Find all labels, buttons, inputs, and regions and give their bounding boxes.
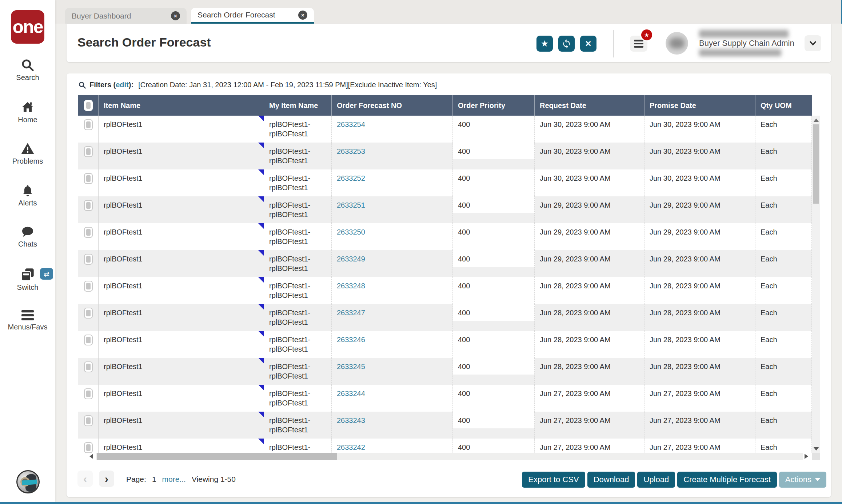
- cell-qty-uom: Each: [755, 223, 812, 250]
- caret-down-icon: [815, 478, 820, 481]
- scroll-right-arrow[interactable]: [805, 454, 808, 459]
- cell-promise-date: Jun 28, 2023 9:00 AM: [645, 358, 755, 385]
- hamburger-icon: [634, 40, 643, 41]
- cell-request-date: Jun 28, 2023 9:00 AM: [535, 304, 645, 331]
- row-checkbox[interactable]: [84, 308, 93, 319]
- table-row: rplBOFtest1rplBOFtest1-rplBOFtest1263325…: [78, 196, 812, 223]
- close-button[interactable]: ×: [580, 36, 596, 52]
- export-to-csv-button[interactable]: Export to CSV: [522, 472, 585, 488]
- scroll-down-arrow[interactable]: [813, 447, 819, 451]
- row-checkbox[interactable]: [84, 119, 93, 130]
- filters-label: Filters (: [89, 81, 116, 89]
- more-pages-link[interactable]: more...: [162, 475, 186, 484]
- column-header-request-date[interactable]: Request Date: [535, 95, 645, 116]
- cell-order-priority: 400: [453, 223, 535, 250]
- column-header-my-item-name[interactable]: My Item Name: [264, 95, 332, 116]
- cell-promise-date: Jun 30, 2023 9:00 AM: [645, 143, 755, 169]
- row-checkbox[interactable]: [84, 388, 93, 399]
- row-checkbox[interactable]: [84, 254, 93, 265]
- cell-my-item-name: rplBOFtest1-rplBOFtest1: [264, 223, 332, 250]
- home-icon: [21, 100, 35, 114]
- cell-order-priority: 400: [453, 169, 535, 196]
- switch-badge[interactable]: ⇄: [40, 268, 53, 280]
- order-forecast-link[interactable]: 2633243: [337, 416, 365, 424]
- column-header-order-forecast-no[interactable]: Order Forecast NO: [332, 95, 453, 116]
- cell-request-date: Jun 30, 2023 9:00 AM: [535, 143, 645, 169]
- row-checkbox[interactable]: [84, 335, 93, 345]
- sidebar-item-search[interactable]: Search: [0, 58, 55, 82]
- app-logo[interactable]: one: [11, 10, 44, 44]
- action-bar: Export to CSV Download Upload Create Mul…: [522, 472, 826, 488]
- cell-qty-uom: Each: [755, 358, 812, 385]
- cell-order-priority: 400: [453, 439, 535, 453]
- scroll-left-arrow[interactable]: [89, 454, 93, 459]
- order-forecast-link[interactable]: 2633251: [337, 201, 365, 209]
- order-forecast-link[interactable]: 2633247: [337, 309, 365, 317]
- select-all-checkbox[interactable]: [78, 95, 99, 116]
- cell-order-priority: 400: [453, 196, 535, 223]
- sidebar-item-home[interactable]: Home: [0, 100, 55, 124]
- cell-order-priority: 400: [453, 412, 535, 439]
- cell-promise-date: Jun 27, 2023 9:00 AM: [645, 385, 755, 412]
- tab-close-icon[interactable]: ×: [171, 11, 180, 20]
- tab-search-order-forecast[interactable]: Search Order Forecast ×: [191, 8, 314, 24]
- cell-order-priority: 400: [453, 358, 535, 385]
- favorite-star-button[interactable]: ★: [536, 36, 553, 52]
- cell-item-name: rplBOFtest1: [99, 250, 264, 277]
- actions-menu-button[interactable]: Actions: [779, 472, 826, 488]
- prev-page-button[interactable]: ‹: [77, 471, 93, 487]
- order-forecast-link[interactable]: 2633245: [337, 363, 365, 371]
- refresh-button[interactable]: [558, 36, 575, 52]
- page-number[interactable]: 1: [152, 475, 156, 484]
- row-checkbox[interactable]: [84, 227, 93, 238]
- cell-request-date: Jun 27, 2023 9:00 AM: [535, 439, 645, 453]
- assistant-avatar[interactable]: [16, 470, 40, 493]
- flag-triangle-icon: [258, 277, 264, 283]
- row-checkbox[interactable]: [84, 200, 93, 211]
- cell-qty-uom: Each: [755, 169, 812, 196]
- order-forecast-link[interactable]: 2633248: [337, 282, 365, 290]
- order-forecast-link[interactable]: 2633249: [337, 255, 365, 263]
- row-checkbox[interactable]: [84, 281, 93, 292]
- column-header-order-priority[interactable]: Order Priority: [453, 95, 535, 116]
- order-forecast-link[interactable]: 2633250: [337, 228, 365, 236]
- tab-close-icon[interactable]: ×: [298, 11, 307, 20]
- sidebar-item-alerts[interactable]: Alerts: [0, 184, 55, 207]
- vertical-scrollbar[interactable]: [812, 116, 820, 453]
- user-menu-button[interactable]: [805, 35, 821, 51]
- column-header-qty-uom[interactable]: Qty UOM: [755, 95, 812, 116]
- next-page-button[interactable]: ›: [99, 471, 114, 487]
- cell-my-item-name: rplBOFtest1-rplBOFtest1: [264, 304, 332, 331]
- viewing-range: Viewing 1-50: [192, 475, 236, 484]
- upload-button[interactable]: Upload: [637, 472, 675, 488]
- create-multiple-forecast-button[interactable]: Create Multiple Forecast: [677, 472, 777, 488]
- row-checkbox[interactable]: [84, 442, 93, 453]
- column-header-item-name[interactable]: Item Name: [99, 95, 264, 116]
- horizontal-scroll-thumb[interactable]: [97, 453, 337, 460]
- order-forecast-link[interactable]: 2633246: [337, 336, 365, 344]
- order-forecast-link[interactable]: 2633242: [337, 443, 365, 451]
- sidebar-item-problems[interactable]: Problems: [0, 142, 55, 165]
- horizontal-scrollbar[interactable]: [96, 453, 803, 460]
- order-forecast-link[interactable]: 2633252: [337, 174, 365, 182]
- cell-item-name: rplBOFtest1: [99, 169, 264, 196]
- cell-my-item-name: rplBOFtest1-rplBOFtest1: [264, 143, 332, 169]
- table-row: rplBOFtest1rplBOFtest1-rplBOFtest1263324…: [78, 385, 812, 412]
- tab-buyer-dashboard[interactable]: Buyer Dashboard ×: [65, 8, 187, 24]
- row-checkbox[interactable]: [84, 361, 93, 372]
- filters-edit-link[interactable]: edit: [116, 81, 129, 89]
- sidebar-item-chats[interactable]: Chats: [0, 225, 55, 248]
- order-forecast-link[interactable]: 2633254: [337, 120, 365, 128]
- column-header-promise-date[interactable]: Promise Date: [645, 95, 755, 116]
- row-checkbox[interactable]: [84, 415, 93, 426]
- download-button[interactable]: Download: [587, 472, 635, 488]
- order-forecast-link[interactable]: 2633244: [337, 389, 365, 397]
- vertical-scroll-thumb[interactable]: [813, 124, 819, 204]
- sidebar-item-menus-favs[interactable]: Menus/Favs: [0, 309, 55, 331]
- order-forecast-link[interactable]: 2633253: [337, 147, 365, 155]
- row-checkbox[interactable]: [84, 146, 93, 157]
- scroll-up-arrow[interactable]: [813, 119, 819, 122]
- user-avatar[interactable]: [666, 32, 688, 55]
- row-checkbox[interactable]: [84, 173, 93, 184]
- user-org-redacted: [699, 49, 781, 56]
